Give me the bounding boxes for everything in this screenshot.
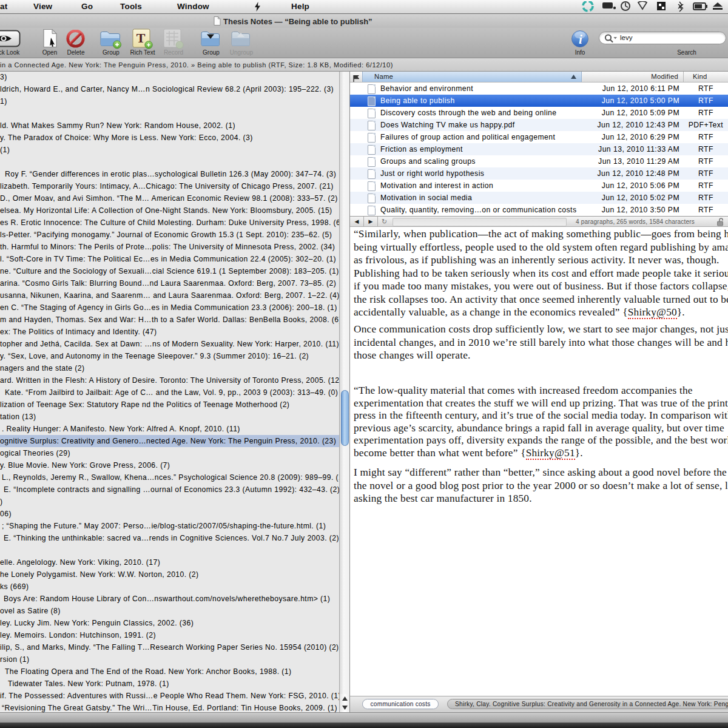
- svg-text:i: i: [579, 32, 582, 47]
- svg-text:T: T: [136, 30, 146, 46]
